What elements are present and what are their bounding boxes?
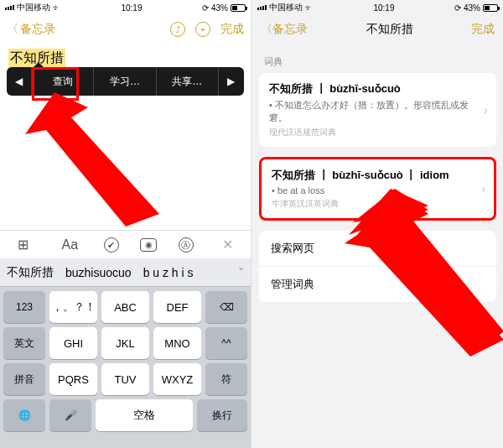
keyboard: 不知所措 buzhisuocuo b u z h i s ˅ 123 ，。？！ … — [0, 258, 251, 448]
format-icon[interactable]: Aa — [57, 237, 82, 253]
key-ghi[interactable]: GHI — [49, 327, 97, 359]
annotation-arrow-icon — [25, 92, 176, 235]
done-button[interactable]: 完成 — [471, 22, 495, 37]
wifi-icon: ᯤ — [305, 3, 314, 13]
status-time: 10:19 — [121, 3, 142, 13]
chevron-left-icon: 〈 — [7, 22, 18, 37]
done-button[interactable]: 完成 — [220, 22, 244, 37]
camera-icon[interactable]: ◉ — [140, 238, 157, 252]
back-button[interactable]: 〈备忘录 — [261, 22, 308, 37]
chevron-right-icon: › — [484, 103, 488, 117]
key-punct[interactable]: ，。？！ — [49, 291, 97, 323]
key-pinyin[interactable]: 拼音 — [3, 363, 45, 395]
status-bar: 中国移动 ᯤ 10:19 ⟳ 43% — [0, 0, 251, 15]
key-mno[interactable]: MNO — [153, 327, 201, 359]
key-tuv[interactable]: TUV — [101, 363, 149, 395]
menu-share-button[interactable]: 共享… — [157, 67, 219, 96]
key-jkl[interactable]: JKL — [101, 327, 149, 359]
key-return[interactable]: 换行 — [197, 399, 247, 431]
notes-navbar: 〈 备忘录 ⤴ + 完成 — [0, 15, 251, 44]
orientation-lock-icon: ⟳ — [454, 3, 461, 13]
orientation-lock-icon: ⟳ — [202, 3, 209, 13]
status-time: 10:19 — [373, 3, 394, 13]
actions-list: 搜索网页 管理词典 — [259, 231, 496, 302]
expand-candidates-icon[interactable]: ˅ — [238, 266, 244, 279]
share-note-button[interactable]: ⤴ — [170, 22, 185, 37]
key-symbols[interactable]: 符 — [205, 363, 247, 395]
checklist-icon[interactable]: ✔ — [104, 237, 119, 253]
back-label: 备忘录 — [272, 22, 308, 35]
key-mic[interactable]: 🎤 — [49, 399, 91, 431]
wifi-icon: ᯤ — [53, 3, 61, 13]
key-123[interactable]: 123 — [3, 291, 45, 323]
candidate[interactable]: buzhisuocuo — [65, 266, 132, 279]
back-button[interactable]: 〈 备忘录 — [7, 22, 55, 37]
menu-prev-button[interactable]: ◀ — [7, 67, 32, 96]
key-abc[interactable]: ABC — [101, 291, 149, 323]
entry-source: 现代汉语规范词典 — [269, 127, 486, 138]
key-clear[interactable]: ^^ — [205, 327, 247, 359]
table-icon[interactable]: ⊞ — [11, 237, 36, 253]
add-person-button[interactable]: + — [195, 22, 210, 37]
keyboard-toolbar: ⊞ Aa ✔ ◉ Ⓐ ✕ — [0, 230, 251, 258]
dictionary-navbar: 〈备忘录 不知所措 完成 — [252, 15, 503, 44]
entry-source: 牛津英汉汉英词典 — [272, 198, 484, 210]
key-wxyz[interactable]: WXYZ — [153, 363, 201, 395]
candidate-bar: 不知所措 buzhisuocuo b u z h i s ˅ — [0, 258, 251, 287]
dictionary-entry[interactable]: 不知所措 丨 bùzhī-suǒcuò 丨 idiom • be at a lo… — [259, 157, 496, 221]
close-keyboard-icon[interactable]: ✕ — [215, 237, 240, 253]
page-title: 不知所措 — [366, 22, 413, 37]
key-pqrs[interactable]: PQRS — [49, 363, 97, 395]
menu-next-button[interactable]: ▶ — [219, 67, 244, 96]
battery-percent: 43% — [211, 3, 228, 13]
chevron-right-icon: › — [481, 182, 485, 195]
entry-title: 不知所措 丨 bùzhī-suǒcuò — [269, 81, 486, 96]
key-space[interactable]: 空格 — [96, 399, 193, 431]
entry-title: 不知所措 丨 bùzhī-suǒcuò 丨 idiom — [272, 168, 484, 183]
svg-marker-0 — [25, 92, 159, 227]
dictionary-entry[interactable]: 不知所措 丨 bùzhī-suǒcuò • 不知道怎么办才好（措：放置）。形容慌… — [259, 73, 496, 147]
status-bar: 中国移动 ᯤ 10:19 ⟳ 43% — [252, 0, 503, 15]
search-web-button[interactable]: 搜索网页 — [259, 231, 496, 267]
key-english[interactable]: 英文 — [3, 327, 45, 359]
candidate[interactable]: b u z h i s — [143, 266, 194, 279]
phone-right-dictionary: 中国移动 ᯤ 10:19 ⟳ 43% 〈备忘录 不知所措 完成 词典 不知所措 … — [252, 0, 503, 448]
key-globe[interactable]: 🌐 — [3, 399, 45, 431]
section-header: 词典 — [252, 44, 503, 73]
phone-left-notes: 中国移动 ᯤ 10:19 ⟳ 43% 〈 备忘录 ⤴ + 完成 不知所措 ◀ 查… — [0, 0, 251, 448]
key-def[interactable]: DEF — [153, 291, 201, 323]
back-label: 备忘录 — [20, 22, 55, 37]
carrier-label: 中国移动 — [17, 2, 50, 13]
menu-learn-button[interactable]: 学习… — [94, 67, 156, 96]
manage-dictionaries-button[interactable]: 管理词典 — [259, 267, 496, 302]
key-delete[interactable]: ⌫ — [205, 291, 247, 323]
battery-percent: 43% — [464, 3, 480, 13]
chevron-left-icon: 〈 — [261, 22, 272, 35]
battery-icon — [231, 4, 246, 12]
battery-icon — [483, 4, 498, 12]
signal-icon — [5, 5, 14, 10]
carrier-label: 中国移动 — [269, 2, 303, 13]
entry-definition: • be at a loss — [272, 185, 484, 195]
text-selection-menu: ◀ 查询 学习… 共享… ▶ — [7, 67, 244, 96]
candidate[interactable]: 不知所措 — [7, 265, 54, 280]
markup-icon[interactable]: Ⓐ — [179, 237, 194, 253]
signal-icon — [257, 5, 267, 10]
menu-lookup-button[interactable]: 查询 — [32, 67, 94, 96]
entry-definition: • 不知道怎么办才好（措：放置）。形容慌乱或发窘。 — [269, 99, 486, 124]
